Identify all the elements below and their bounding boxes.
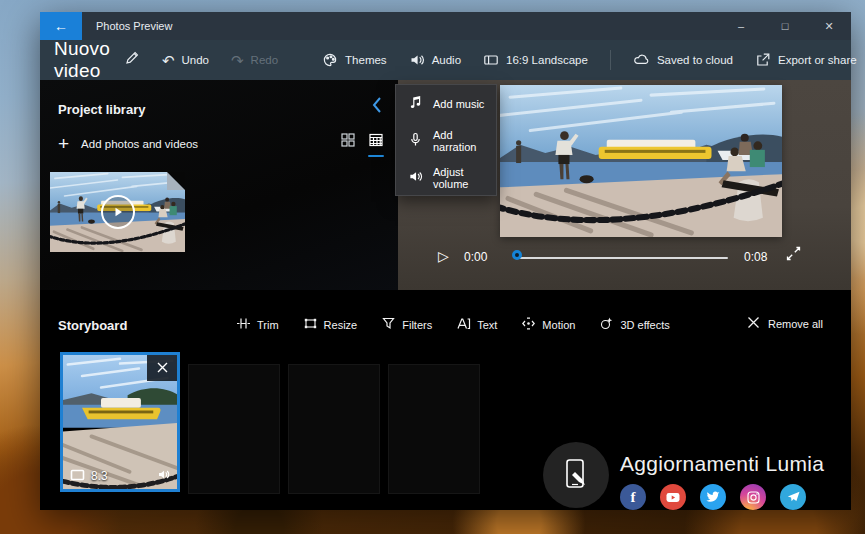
play-overlay-icon: [101, 195, 135, 229]
add-narration-label: Add narration: [433, 129, 496, 153]
cloud-icon: [633, 52, 650, 68]
collapse-panel-button[interactable]: [370, 96, 384, 118]
filters-button[interactable]: Filters: [381, 316, 432, 333]
minimize-icon: –: [738, 20, 744, 32]
landscape-ratio-icon: [483, 52, 499, 68]
motion-button[interactable]: Motion: [521, 316, 575, 333]
seek-bar[interactable]: [514, 257, 728, 259]
close-button[interactable]: ✕: [807, 12, 851, 40]
export-share-button[interactable]: Export or share: [755, 52, 857, 68]
music-note-icon: [408, 95, 423, 112]
close-icon: ✕: [824, 20, 833, 33]
app-title: Photos Preview: [96, 20, 172, 32]
menu-item-add-narration[interactable]: Add narration: [396, 122, 496, 159]
filters-label: Filters: [402, 319, 432, 331]
window-controls: – □ ✕: [719, 12, 851, 40]
trim-label: Trim: [257, 319, 279, 331]
effects-3d-label: 3D effects: [620, 319, 669, 331]
audio-speaker-icon: [409, 52, 425, 68]
saved-to-cloud-label: Saved to cloud: [657, 54, 733, 66]
watermark-name: Aggiornamenti Lumia: [620, 452, 824, 476]
desktop-wallpaper: ← Photos Preview – □ ✕ Nuovo video ↶ Und…: [0, 0, 865, 534]
project-library-panel: Project library + Add photos and videos: [40, 80, 398, 290]
filters-icon: [381, 316, 396, 333]
saved-to-cloud-button[interactable]: Saved to cloud: [633, 52, 733, 68]
redo-button[interactable]: ↷ Redo: [231, 53, 278, 68]
plus-icon: +: [58, 134, 69, 153]
remove-all-label: Remove all: [768, 318, 823, 330]
detail-view-icon: [368, 132, 384, 152]
menu-item-adjust-volume[interactable]: Adjust volume: [396, 159, 496, 196]
adjust-volume-label: Adjust volume: [433, 166, 496, 190]
fullscreen-button[interactable]: [786, 246, 801, 265]
twitter-icon: [700, 484, 726, 510]
youtube-icon: [660, 484, 686, 510]
close-icon: [157, 359, 168, 377]
remove-clip-button[interactable]: [147, 355, 177, 381]
audio-button[interactable]: Audio: [409, 52, 461, 68]
trim-button[interactable]: Trim: [236, 316, 279, 333]
project-title[interactable]: Nuovo video: [54, 38, 110, 82]
audio-dropdown-menu: Add music Add narration Adjust volume: [395, 84, 497, 196]
aspect-ratio-label: 16:9 Landscape: [506, 54, 588, 66]
export-share-icon: [755, 52, 771, 68]
aspect-ratio-button[interactable]: 16:9 Landscape: [483, 52, 588, 68]
toolbar-right-cluster: Saved to cloud Export or share ···: [588, 50, 865, 70]
maximize-button[interactable]: □: [763, 12, 807, 40]
seek-thumb[interactable]: [512, 250, 522, 260]
selected-view-underline: [368, 155, 384, 157]
grid-view-icon: [340, 132, 356, 152]
project-library-title: Project library: [58, 102, 145, 117]
chevron-left-icon: [370, 100, 384, 117]
storyboard-section: Storyboard Trim Resize: [40, 290, 851, 510]
total-time: 0:08: [744, 250, 767, 264]
effects-3d-icon: [599, 316, 614, 333]
clip-info-bar: 8.3: [63, 467, 177, 485]
facebook-icon: f: [620, 484, 646, 510]
library-video-thumbnail[interactable]: [50, 172, 185, 252]
remove-all-button[interactable]: Remove all: [747, 316, 823, 331]
motion-icon: [521, 316, 536, 333]
titlebar: ← Photos Preview – □ ✕: [40, 12, 851, 40]
back-arrow-icon: ←: [54, 18, 68, 34]
detail-view-button[interactable]: [368, 132, 384, 157]
storyboard-empty-slot: [288, 364, 380, 494]
menu-item-add-music[interactable]: Add music: [396, 85, 496, 122]
redo-label: Redo: [251, 54, 279, 66]
clip-frame-icon: [70, 467, 85, 485]
themes-palette-icon: [322, 52, 338, 68]
rename-pencil-icon[interactable]: [124, 50, 140, 70]
undo-label: Undo: [182, 54, 210, 66]
add-photos-button[interactable]: + Add photos and videos: [58, 134, 198, 153]
play-button[interactable]: ▷: [438, 248, 449, 264]
telegram-icon: [780, 484, 806, 510]
grid-view-button[interactable]: [340, 132, 356, 152]
clip-volume-icon[interactable]: [157, 467, 170, 485]
phone-hand-icon: [561, 458, 591, 492]
fullscreen-icon: [786, 247, 801, 264]
minimize-button[interactable]: –: [719, 12, 763, 40]
instagram-icon: [740, 484, 766, 510]
undo-button[interactable]: ↶ Undo: [162, 53, 209, 68]
video-preview-frame[interactable]: [500, 85, 782, 237]
storyboard-toolbar: Trim Resize Filters: [236, 316, 670, 333]
add-photos-label: Add photos and videos: [81, 138, 198, 150]
storyboard-empty-slot: [388, 364, 480, 494]
text-button[interactable]: Text: [456, 316, 497, 333]
toolbar: Nuovo video ↶ Undo ↷ Redo Themes: [40, 40, 851, 80]
audio-label: Audio: [432, 54, 461, 66]
storyboard-title: Storyboard: [58, 318, 127, 333]
watermark-logo: [543, 442, 609, 508]
storyboard-clip[interactable]: 8.3: [60, 352, 180, 492]
export-share-label: Export or share: [778, 54, 857, 66]
clip-duration: 8.3: [91, 469, 108, 483]
trim-icon: [236, 316, 251, 333]
maximize-icon: □: [782, 20, 789, 32]
resize-icon: [303, 316, 318, 333]
resize-button[interactable]: Resize: [303, 316, 358, 333]
back-button[interactable]: ←: [40, 12, 82, 40]
effects-3d-button[interactable]: 3D effects: [599, 316, 669, 333]
themes-button[interactable]: Themes: [322, 52, 387, 68]
play-icon: ▷: [438, 248, 449, 264]
microphone-icon: [408, 132, 423, 149]
